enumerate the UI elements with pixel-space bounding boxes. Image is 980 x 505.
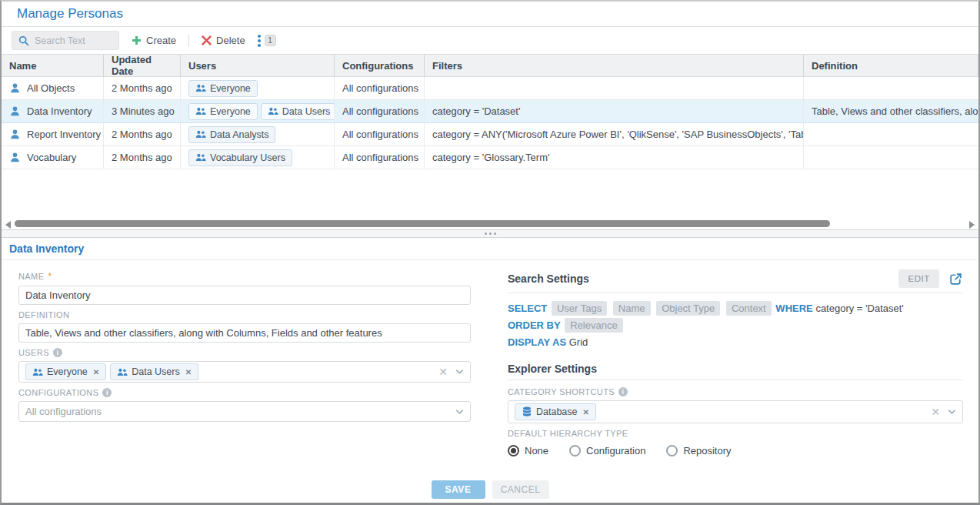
more-menu-button[interactable]: 1 <box>258 35 276 47</box>
create-label: Create <box>146 35 176 46</box>
chevron-down-icon[interactable] <box>455 409 464 415</box>
where-keyword: WHERE <box>775 303 812 314</box>
chevron-down-icon[interactable] <box>948 409 956 415</box>
hierarchy-type-label: DEFAULT HIERARCHY TYPE <box>508 429 963 438</box>
updated-cell: 2 Months ago <box>104 77 181 100</box>
cancel-button[interactable]: CANCEL <box>492 480 549 499</box>
scroll-left-arrow[interactable] <box>5 221 11 229</box>
scroll-right-arrow[interactable] <box>969 221 975 229</box>
user-group-chip: Everyone <box>188 80 258 97</box>
category-shortcuts-label: CATEGORY SHORTCUTS i <box>508 387 963 396</box>
toolbar: Create Delete 1 <box>2 27 978 54</box>
remove-chip-icon[interactable]: ✕ <box>93 368 99 376</box>
order-value-pill: Relevance <box>565 318 622 333</box>
configurations-cell: All configurations <box>335 100 425 123</box>
order-by-keyword: ORDER BY <box>508 319 561 331</box>
explorer-settings-header: Explorer Settings <box>508 363 963 375</box>
form-left-column: NAME * DEFINITION USERS i Everyone ✕ <box>2 260 486 457</box>
section-divider <box>508 293 963 293</box>
configurations-select[interactable]: All configurations <box>18 401 471 422</box>
database-icon <box>522 406 532 417</box>
selection-count-badge: 1 <box>265 35 276 46</box>
users-cell: Vocabulary Users <box>181 146 335 169</box>
definition-cell <box>804 123 978 146</box>
panel-splitter-handle[interactable] <box>2 229 978 238</box>
column-header-updated[interactable]: Updated Date <box>104 54 181 77</box>
search-input[interactable] <box>35 35 108 46</box>
search-box[interactable] <box>12 31 119 50</box>
persona-name: Report Inventory <box>27 129 101 140</box>
configurations-cell: All configurations <box>335 77 425 100</box>
persona-icon <box>9 82 21 94</box>
users-cell: Everyone <box>181 77 335 100</box>
clear-all-icon[interactable]: ✕ <box>931 406 940 417</box>
radio-repository[interactable]: Repository <box>666 445 731 457</box>
users-icon <box>195 84 206 92</box>
search-icon <box>18 35 29 46</box>
chip-label: Vocabulary Users <box>210 152 285 163</box>
column-header-users[interactable]: Users <box>181 54 335 77</box>
chip-label: Data Users <box>282 106 331 117</box>
user-group-chip: Data Users <box>261 103 335 120</box>
info-icon[interactable]: i <box>618 387 628 396</box>
chip-label: Database <box>536 406 578 417</box>
radio-icon <box>508 445 519 457</box>
name-label: NAME * <box>18 271 486 282</box>
updated-cell: 2 Months ago <box>104 146 181 169</box>
category-shortcuts-select[interactable]: Database ✕ ✕ <box>508 400 963 423</box>
manage-personas-page: Manage Personas Create Delete 1 <box>0 0 980 505</box>
definition-cell <box>804 77 978 100</box>
column-header-filters[interactable]: Filters <box>425 54 804 77</box>
delete-label: Delete <box>216 35 245 46</box>
display-as-keyword: DISPLAY AS <box>508 336 566 348</box>
configurations-cell: All configurations <box>335 123 425 146</box>
filters-cell: category = ANY('Microsoft Azure Power BI… <box>425 123 804 146</box>
column-header-name[interactable]: Name <box>2 54 104 77</box>
persona-form: NAME * DEFINITION USERS i Everyone ✕ <box>2 260 978 457</box>
remove-chip-icon[interactable]: ✕ <box>185 368 192 376</box>
info-icon[interactable]: i <box>53 348 62 357</box>
persona-name: All Objects <box>27 82 75 94</box>
select-field-pill: Object Type <box>656 301 720 316</box>
open-external-icon[interactable] <box>948 272 963 286</box>
definition-cell: Table, Views and other classifiers, alon… <box>804 100 978 123</box>
delete-x-icon <box>202 35 212 45</box>
name-field[interactable] <box>18 286 471 305</box>
edit-search-settings-button[interactable]: EDIT <box>898 269 939 288</box>
section-divider <box>508 380 963 380</box>
save-button[interactable]: SAVE <box>432 480 485 499</box>
chip-label: Data Analysts <box>210 129 268 140</box>
radio-label: Configuration <box>586 445 645 457</box>
users-multiselect[interactable]: Everyone ✕ Data Users ✕ ✕ <box>18 361 471 383</box>
select-field-pill: User Tags <box>552 301 607 316</box>
user-group-chip: Everyone <box>188 103 258 120</box>
category-chip: Database ✕ <box>515 403 596 420</box>
select-field-pill: Context <box>726 301 772 316</box>
table-empty-area <box>2 169 978 219</box>
horizontal-scrollbar[interactable] <box>2 219 978 229</box>
scrollbar-thumb[interactable] <box>15 220 830 227</box>
users-icon <box>195 153 206 162</box>
personas-table: Name Updated Date Users Configurations F… <box>2 54 978 169</box>
radio-none[interactable]: None <box>508 445 548 457</box>
clear-all-icon[interactable]: ✕ <box>438 366 448 377</box>
definition-field[interactable] <box>18 323 471 343</box>
chevron-down-icon[interactable] <box>455 369 464 375</box>
column-header-definition[interactable]: Definition <box>804 54 978 77</box>
page-header: Manage Personas <box>2 2 978 27</box>
create-button[interactable]: Create <box>129 35 178 46</box>
radio-configuration[interactable]: Configuration <box>569 445 645 457</box>
delete-button[interactable]: Delete <box>199 35 248 46</box>
chip-label: Everyone <box>210 106 251 117</box>
remove-chip-icon[interactable]: ✕ <box>583 408 589 416</box>
persona-name: Vocabulary <box>27 152 76 163</box>
radio-label: Repository <box>683 445 731 457</box>
chip-label: Everyone <box>47 366 88 377</box>
column-header-configurations[interactable]: Configurations <box>335 54 425 77</box>
info-icon[interactable]: i <box>102 388 112 397</box>
search-settings-title: Search Settings <box>508 273 589 285</box>
radio-icon <box>666 445 678 457</box>
form-right-column: Search Settings EDIT SELECT User Tags Na… <box>486 260 978 457</box>
where-clause: category = 'Dataset' <box>815 303 903 314</box>
users-cell: Everyone Data Users <box>181 100 335 123</box>
